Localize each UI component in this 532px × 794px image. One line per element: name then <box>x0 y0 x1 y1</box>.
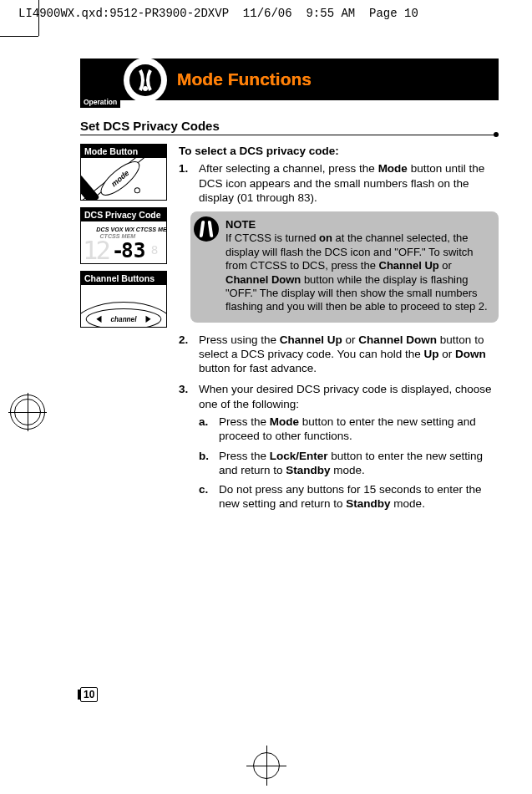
step-text: When your desired DCS privacy code is di… <box>199 382 499 516</box>
print-job-header: LI4900WX.qxd:9512-PR3900-2DXVP 11/6/06 9… <box>18 7 532 20</box>
substep-letter: b. <box>199 449 214 478</box>
callout-channel-buttons: Channel Buttons channel <box>80 271 167 328</box>
svg-point-0 <box>129 64 161 96</box>
step-1: 1. After selecting a channel, press the … <box>179 161 499 205</box>
callout-label: Channel Buttons <box>81 272 166 285</box>
svg-text:DCS VOX WX CTCSS  MEM: DCS VOX WX CTCSS MEM <box>96 226 166 233</box>
step-3: 3. When your desired DCS privacy code is… <box>179 382 499 516</box>
step-number: 1. <box>179 161 194 205</box>
callout-illustration: DCS VOX WX CTCSS MEM CTCSS MEM 12 - 83 8 <box>81 221 166 263</box>
page-number: 10 <box>80 687 98 702</box>
chapter-title: Mode Functions <box>177 69 312 89</box>
substep-a: a. Press the Mode button to enter the ne… <box>199 415 499 444</box>
note-icon <box>194 216 219 242</box>
operation-tag: Operation <box>80 96 120 108</box>
step-number: 2. <box>179 333 194 376</box>
section-title: Set DCS Privacy Codes <box>80 119 499 135</box>
registration-mark-left <box>8 393 47 431</box>
page-content: Operation Mode Functions Set DCS Privacy… <box>80 59 499 702</box>
operation-icon <box>124 58 167 103</box>
callout-dcs-display: DCS Privacy Code DCS VOX WX CTCSS MEM CT… <box>80 207 167 264</box>
step-2: 2. Press using the Channel Up or Channel… <box>179 333 499 376</box>
registration-mark-bottom <box>246 746 286 786</box>
lead-line: To select a DCS privacy code: <box>179 144 499 158</box>
callout-illustration: mode <box>81 158 166 200</box>
callout-mode-button: Mode Button mode <box>80 144 167 201</box>
substep-letter: c. <box>199 482 214 512</box>
sidebar-callouts: Mode Button mode DCS Privacy Code <box>80 144 167 523</box>
body-text: To select a DCS privacy code: 1. After s… <box>179 144 499 523</box>
svg-text:channel: channel <box>111 316 138 323</box>
svg-text:12: 12 <box>83 236 109 263</box>
step-number: 3. <box>179 382 194 516</box>
chapter-header: Operation Mode Functions <box>80 59 499 100</box>
step-text: Press using the Channel Up or Channel Do… <box>199 333 499 376</box>
callout-label: DCS Privacy Code <box>81 208 166 221</box>
note-text: If CTCSS is turned on at the channel sel… <box>225 232 488 313</box>
svg-text:83: 83 <box>121 238 145 262</box>
step-text: After selecting a channel, press the Mod… <box>199 161 499 205</box>
note-title: NOTE <box>225 218 490 232</box>
substep-c: c. Do not press any buttons for 15 secon… <box>199 482 499 512</box>
svg-point-1 <box>143 86 148 91</box>
substep-letter: a. <box>199 415 214 444</box>
callout-label: Mode Button <box>81 145 166 158</box>
substep-b: b. Press the Lock/Enter button to enter … <box>199 449 499 478</box>
callout-illustration: channel <box>81 285 166 327</box>
svg-text:8: 8 <box>151 243 159 257</box>
note-box: NOTE If CTCSS is turned on at the channe… <box>190 211 499 323</box>
